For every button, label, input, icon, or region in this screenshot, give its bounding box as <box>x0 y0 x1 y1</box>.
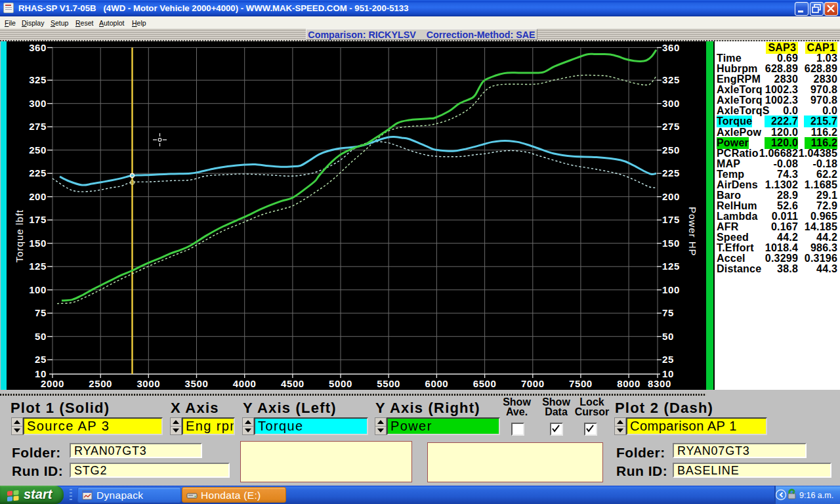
svg-text:8300: 8300 <box>648 378 671 389</box>
svg-text:125: 125 <box>662 261 680 272</box>
svg-text:75: 75 <box>35 307 47 318</box>
svg-text:225: 225 <box>29 167 47 178</box>
svg-text:125: 125 <box>29 261 47 272</box>
svg-text:300: 300 <box>29 98 47 109</box>
svg-text:5500: 5500 <box>377 378 400 389</box>
svg-text:75: 75 <box>662 307 674 318</box>
svg-text:200: 200 <box>29 191 47 202</box>
svg-text:250: 250 <box>662 144 680 156</box>
svg-text:5000: 5000 <box>329 378 352 389</box>
svg-text:6000: 6000 <box>425 378 449 389</box>
svg-text:225: 225 <box>662 167 680 178</box>
svg-text:10: 10 <box>35 368 47 379</box>
svg-text:2000: 2000 <box>41 378 64 389</box>
svg-text:275: 275 <box>662 121 680 132</box>
svg-text:50: 50 <box>662 331 674 342</box>
svg-text:6500: 6500 <box>473 378 497 389</box>
svg-text:4500: 4500 <box>281 378 304 389</box>
svg-text:325: 325 <box>662 74 680 85</box>
svg-text:100: 100 <box>662 284 680 295</box>
svg-text:150: 150 <box>29 238 47 249</box>
svg-text:25: 25 <box>35 354 47 365</box>
svg-text:150: 150 <box>662 238 680 249</box>
svg-text:3500: 3500 <box>185 378 209 389</box>
svg-text:100: 100 <box>29 284 47 295</box>
svg-text:25: 25 <box>662 354 674 365</box>
svg-text:360: 360 <box>29 42 47 53</box>
svg-text:175: 175 <box>29 214 47 225</box>
svg-text:Torque lbft: Torque lbft <box>14 209 25 262</box>
svg-text:175: 175 <box>662 214 680 225</box>
svg-text:2500: 2500 <box>89 378 112 389</box>
svg-text:7000: 7000 <box>521 378 545 389</box>
svg-text:10: 10 <box>662 368 674 379</box>
svg-text:50: 50 <box>35 331 47 342</box>
svg-text:360: 360 <box>662 42 680 53</box>
svg-text:250: 250 <box>29 144 47 156</box>
svg-text:4000: 4000 <box>233 378 257 389</box>
svg-text:8000: 8000 <box>617 378 640 389</box>
svg-text:3000: 3000 <box>136 378 160 389</box>
svg-text:300: 300 <box>662 98 680 109</box>
svg-text:325: 325 <box>29 74 47 85</box>
svg-text:Power HP: Power HP <box>687 207 698 257</box>
svg-text:275: 275 <box>29 121 47 132</box>
svg-text:200: 200 <box>662 191 680 202</box>
svg-text:7500: 7500 <box>569 378 593 389</box>
